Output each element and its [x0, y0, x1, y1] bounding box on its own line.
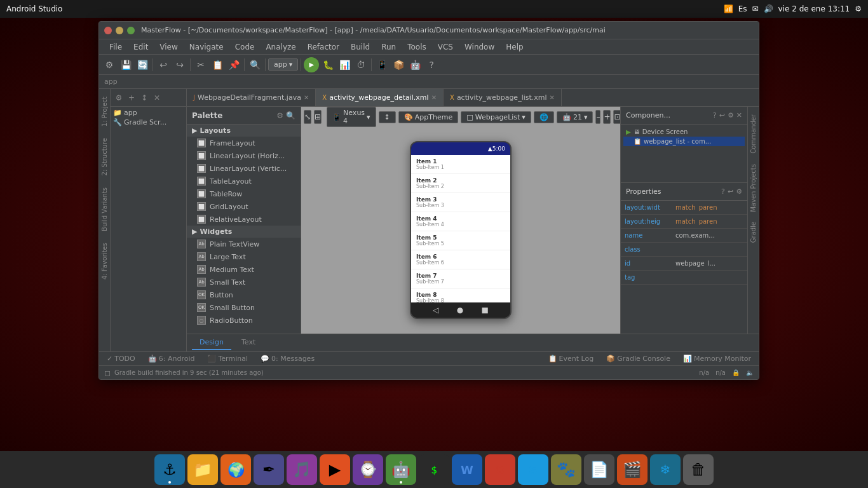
- menu-edit[interactable]: Edit: [128, 41, 153, 53]
- project-add-icon[interactable]: +: [126, 92, 137, 104]
- minimize-button[interactable]: [116, 27, 123, 34]
- favorites-tab[interactable]: 4: Favorites: [100, 238, 109, 285]
- taskbar-gimp-icon[interactable]: 🐾: [551, 454, 581, 485]
- palette-framelayout[interactable]: ⬜ FrameLayout: [187, 137, 301, 149]
- menu-vcs[interactable]: VCS: [433, 41, 458, 53]
- comp-undo-icon[interactable]: ↩: [719, 111, 725, 119]
- props-undo-icon[interactable]: ↩: [728, 187, 733, 196]
- palette-widgets-section[interactable]: ▶ Widgets: [187, 226, 301, 238]
- avd-manager-button[interactable]: 📱: [374, 57, 390, 72]
- profile-button[interactable]: ⏱: [353, 57, 369, 72]
- menu-file[interactable]: File: [104, 41, 127, 53]
- palette-plain-textview[interactable]: Ab Plain TextView: [187, 238, 301, 250]
- palette-layouts-section[interactable]: ▶ Layouts: [187, 125, 301, 137]
- memory-monitor-tab[interactable]: 📊 Memory Monitor: [678, 353, 756, 364]
- nav-home-icon[interactable]: ●: [457, 306, 463, 315]
- comp-device-screen[interactable]: ▶ 🖥 Device Screen: [623, 127, 745, 137]
- palette-button[interactable]: OK Button: [187, 288, 301, 301]
- taskbar-feather-icon[interactable]: ✒: [254, 454, 284, 485]
- text-tab[interactable]: Text: [234, 336, 263, 350]
- maven-tab[interactable]: Maven Projects: [749, 159, 758, 217]
- toolbar-copy-icon[interactable]: 📋: [210, 57, 225, 72]
- palette-radiobutton[interactable]: ○ RadioButton: [187, 314, 301, 327]
- run-button[interactable]: ▶: [304, 57, 319, 72]
- messages-tab[interactable]: 💬 0: Messages: [255, 353, 320, 364]
- palette-medium-text[interactable]: Ab Medium Text: [187, 263, 301, 276]
- toolbar-undo-icon[interactable]: ↩: [156, 57, 171, 72]
- canvas-layout-selector[interactable]: □ WebpageList ▾: [461, 111, 531, 123]
- toolbar-redo-icon[interactable]: ↪: [172, 57, 187, 72]
- tab-detail-close-icon[interactable]: ✕: [431, 94, 437, 101]
- palette-relativelayout[interactable]: ⬜ RelativeLayout: [187, 213, 301, 226]
- canvas-theme-selector[interactable]: 🎨 AppTheme: [398, 111, 458, 123]
- tab-activity-webpage-detail[interactable]: X activity_webpage_detail.xml ✕: [316, 89, 444, 107]
- android-tab[interactable]: 🤖 6: Android: [143, 353, 200, 364]
- comp-close-icon[interactable]: ✕: [736, 111, 742, 119]
- palette-search-icon[interactable]: 🔍: [286, 111, 295, 120]
- palette-tablelayout[interactable]: ⬜ TableLayout: [187, 175, 301, 187]
- tab-list-close-icon[interactable]: ✕: [550, 94, 555, 101]
- todo-tab[interactable]: ✓ TODO: [102, 353, 140, 364]
- commander-tab[interactable]: Commander: [749, 109, 758, 159]
- build-variants-tab[interactable]: Build Variants: [100, 182, 109, 236]
- taskbar-music-icon[interactable]: 🎵: [287, 454, 317, 485]
- palette-linearlayout-h[interactable]: ⬜ LinearLayout (Horiz...: [187, 149, 301, 162]
- menu-code[interactable]: Code: [230, 41, 260, 53]
- taskbar-cinema-icon[interactable]: 🎬: [617, 454, 648, 485]
- android-device-button[interactable]: 🤖: [407, 57, 423, 72]
- tab-webpage-detail-fragment[interactable]: J WebpageDetailFragment.java ✕: [187, 89, 316, 107]
- design-tab[interactable]: Design: [192, 336, 231, 350]
- canvas-zoom-fit[interactable]: ⊡: [613, 110, 620, 124]
- menu-analyze[interactable]: Analyze: [261, 41, 301, 53]
- tab-activity-webpage-list[interactable]: X activity_webpage_list.xml ✕: [444, 89, 562, 107]
- prop-layout-height-value[interactable]: match_paren: [675, 218, 743, 225]
- palette-tablerow[interactable]: ⬜ TableRow: [187, 187, 301, 200]
- tab-close-icon[interactable]: ✕: [304, 94, 309, 101]
- palette-large-text[interactable]: Ab Large Text: [187, 250, 301, 263]
- canvas-fit-icon[interactable]: ⤡: [304, 110, 311, 124]
- canvas-locale-btn[interactable]: 🌐: [534, 111, 554, 123]
- prop-name-value[interactable]: com.exam...: [675, 232, 743, 239]
- maximize-button[interactable]: [127, 27, 135, 34]
- project-close-icon[interactable]: ✕: [151, 92, 163, 104]
- menu-navigate[interactable]: Navigate: [184, 41, 229, 53]
- palette-gridlayout[interactable]: ⬜ GridLayout: [187, 200, 301, 213]
- canvas-rotate-btn[interactable]: ↕: [379, 111, 396, 123]
- close-button[interactable]: [104, 27, 112, 34]
- taskbar-media-icon[interactable]: ▶: [320, 454, 350, 485]
- menu-view[interactable]: View: [154, 41, 182, 53]
- nav-recent-icon[interactable]: ■: [482, 306, 489, 315]
- canvas-device-selector[interactable]: 📱 Nexus 4 ▾: [327, 107, 376, 127]
- menu-refactor[interactable]: Refactor: [302, 41, 344, 53]
- comp-help-icon[interactable]: ?: [713, 111, 717, 119]
- taskbar-time-icon[interactable]: ⌚: [353, 454, 383, 485]
- menu-tools[interactable]: Tools: [402, 41, 431, 53]
- taskbar-firefox-icon[interactable]: 🌍: [220, 454, 251, 485]
- palette-settings-icon[interactable]: ⚙: [276, 111, 283, 120]
- gradle-console-tab[interactable]: 📦 Gradle Console: [601, 353, 675, 364]
- palette-small-text[interactable]: Ab Small Text: [187, 276, 301, 288]
- tree-app-node[interactable]: 📁 app: [112, 108, 185, 118]
- toolbar-sync-icon[interactable]: 🔄: [135, 57, 150, 72]
- props-help-icon[interactable]: ?: [721, 187, 725, 196]
- taskbar-anchor-icon[interactable]: ⚓: [154, 454, 185, 485]
- menu-build[interactable]: Build: [346, 41, 375, 53]
- taskbar-terminal-icon[interactable]: $: [419, 454, 449, 485]
- taskbar-filemanager-icon[interactable]: 📄: [584, 454, 614, 485]
- app-selector[interactable]: app ▾: [268, 58, 298, 71]
- taskbar-word-icon[interactable]: W: [452, 454, 482, 485]
- debug-button[interactable]: 🐛: [320, 57, 336, 72]
- canvas-zoom-in[interactable]: +: [603, 110, 611, 124]
- menu-help[interactable]: Help: [501, 41, 528, 53]
- canvas-zoom-out[interactable]: –: [595, 110, 600, 124]
- toolbar-save-icon[interactable]: 💾: [118, 57, 133, 72]
- project-settings-icon[interactable]: ⚙: [113, 92, 125, 104]
- palette-linearlayout-v[interactable]: ⬜ LinearLayout (Vertic...: [187, 162, 301, 175]
- props-filter-icon[interactable]: ⚙: [736, 187, 742, 196]
- project-panel-tab[interactable]: 1: Project: [100, 92, 109, 132]
- terminal-tab[interactable]: ⬛ Terminal: [202, 353, 253, 364]
- nav-back-icon[interactable]: ◁: [433, 306, 438, 315]
- canvas-full-icon[interactable]: ⊞: [314, 110, 322, 124]
- prop-id-value[interactable]: webpage_l...: [675, 260, 743, 267]
- taskbar-kodi-icon[interactable]: ❄: [650, 454, 681, 485]
